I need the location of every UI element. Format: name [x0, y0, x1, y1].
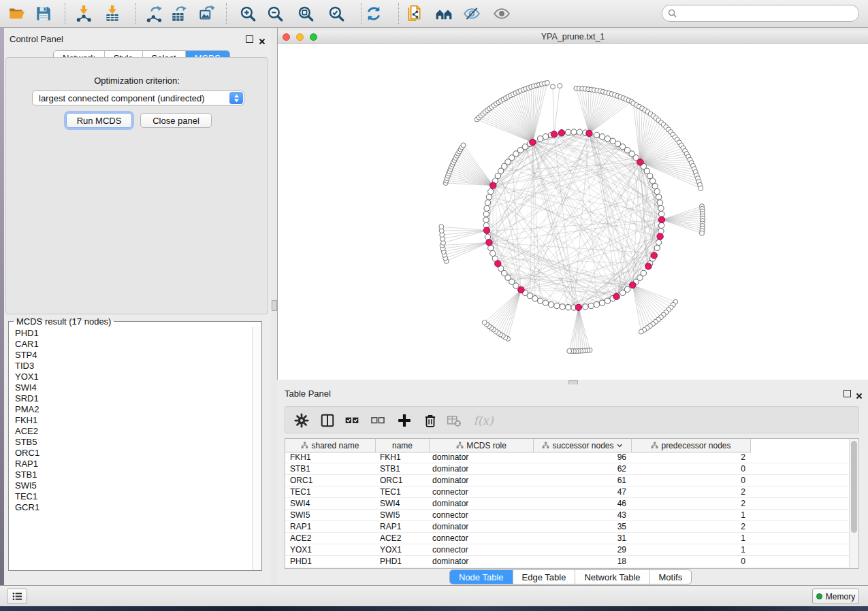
- table-row[interactable]: PHD1PHD1dominator180: [285, 556, 850, 567]
- table-cell[interactable]: 0: [632, 557, 751, 566]
- vertical-splitter[interactable]: [271, 28, 277, 585]
- close-panel-button[interactable]: Close panel: [140, 113, 212, 128]
- select-all-icon[interactable]: [344, 412, 360, 429]
- mcds-result-item[interactable]: STB5: [9, 437, 253, 448]
- tab-edge-table[interactable]: Edge Table: [513, 570, 575, 584]
- show-all-icon[interactable]: [493, 5, 511, 22]
- table-cell[interactable]: PHD1: [285, 557, 376, 566]
- float-panel-icon[interactable]: [246, 35, 253, 43]
- table-cell[interactable]: dominator: [430, 522, 534, 531]
- table-cell[interactable]: SWI5: [285, 510, 376, 520]
- mcds-result-item[interactable]: ACE2: [9, 426, 253, 437]
- table-cell[interactable]: 47: [534, 487, 632, 497]
- table-cell[interactable]: TEC1: [285, 487, 376, 497]
- column-header-MCDS-role[interactable]: MCDS role: [430, 439, 534, 452]
- table-row[interactable]: YOX1YOX1connector291: [285, 544, 850, 556]
- table-cell[interactable]: YOX1: [285, 545, 376, 555]
- table-cell[interactable]: 1: [632, 510, 751, 520]
- search-field[interactable]: [662, 5, 859, 22]
- table-cell[interactable]: dominator: [430, 452, 534, 462]
- refresh-view-icon[interactable]: [365, 5, 383, 22]
- table-cell[interactable]: SWI5: [376, 510, 430, 520]
- delete-table-icon[interactable]: [446, 412, 462, 429]
- export-image-icon[interactable]: [198, 5, 216, 22]
- new-network-from-selection-icon[interactable]: [406, 5, 423, 22]
- table-row[interactable]: STB1STB1dominator620: [285, 463, 850, 475]
- table-cell[interactable]: 2: [632, 487, 751, 497]
- deselect-all-icon[interactable]: [370, 412, 386, 429]
- zoom-out-icon[interactable]: [266, 5, 284, 22]
- mcds-result-list[interactable]: PHD1CAR1STP4TID3YOX1SWI4SRD1PMA2FKH1ACE2…: [9, 328, 253, 570]
- table-cell[interactable]: ORC1: [285, 476, 376, 485]
- mcds-result-item[interactable]: YOX1: [9, 371, 253, 382]
- save-session-icon[interactable]: [35, 5, 52, 22]
- column-header-successor-nodes[interactable]: successor nodes: [534, 439, 632, 452]
- task-history-button[interactable]: [7, 589, 27, 604]
- mcds-result-item[interactable]: PMA2: [9, 404, 253, 415]
- splitter-grip[interactable]: [272, 300, 277, 311]
- horizontal-splitter[interactable]: [277, 380, 868, 384]
- table-row[interactable]: SWI4SWI4dominator462: [285, 498, 850, 510]
- table-cell[interactable]: 2: [632, 522, 751, 531]
- network-canvas[interactable]: [278, 44, 868, 380]
- table-row[interactable]: ORC1ORC1dominator610: [285, 475, 850, 486]
- memory-button[interactable]: Memory: [812, 589, 859, 604]
- tab-node-table[interactable]: Node Table: [450, 570, 513, 584]
- table-cell[interactable]: PHD1: [376, 557, 430, 566]
- table-scrollbar[interactable]: [849, 439, 858, 568]
- table-row[interactable]: ACE2ACE2connector311: [285, 533, 850, 544]
- table-cell[interactable]: 0: [632, 476, 751, 485]
- criterion-dropdown[interactable]: largest connected component (undirected): [32, 90, 244, 105]
- table-cell[interactable]: ORC1: [376, 476, 430, 485]
- mcds-list-scrollbar[interactable]: [252, 327, 261, 570]
- zoom-in-icon[interactable]: [239, 5, 257, 22]
- zoom-fit-icon[interactable]: [297, 5, 315, 22]
- table-cell[interactable]: ACE2: [376, 533, 430, 543]
- table-cell[interactable]: RAP1: [285, 522, 376, 531]
- mcds-result-item[interactable]: SWI4: [9, 382, 253, 393]
- open-session-icon[interactable]: [8, 5, 26, 22]
- table-row[interactable]: RAP1RAP1dominator352: [285, 521, 850, 533]
- table-cell[interactable]: STB1: [285, 464, 376, 474]
- first-neighbors-icon[interactable]: [435, 5, 453, 22]
- table-cell[interactable]: 0: [632, 464, 751, 474]
- table-cell[interactable]: 46: [534, 499, 632, 508]
- table-cell[interactable]: TEC1: [376, 487, 430, 497]
- column-header-predecessor-nodes[interactable]: predecessor nodes: [632, 439, 751, 452]
- table-cell[interactable]: 61: [534, 476, 632, 485]
- table-cell[interactable]: dominator: [430, 464, 534, 474]
- mcds-result-item[interactable]: SWI5: [9, 480, 253, 491]
- column-header-shared-name[interactable]: shared name: [285, 439, 376, 452]
- run-mcds-button[interactable]: Run MCDS: [66, 113, 132, 128]
- table-cell[interactable]: connector: [430, 487, 534, 497]
- table-row[interactable]: FKH1FKH1dominator962: [285, 452, 850, 463]
- table-cell[interactable]: 35: [534, 522, 632, 531]
- table-cell[interactable]: connector: [430, 533, 534, 543]
- table-cell[interactable]: 2: [632, 452, 751, 462]
- table-cell[interactable]: dominator: [430, 476, 534, 485]
- zoom-selected-icon[interactable]: [327, 5, 345, 22]
- tab-network-table[interactable]: Network Table: [575, 570, 649, 584]
- export-table-icon[interactable]: [170, 5, 188, 22]
- table-cell[interactable]: 18: [534, 557, 632, 566]
- table-cell[interactable]: STB1: [376, 464, 430, 474]
- table-cell[interactable]: ACE2: [285, 533, 376, 543]
- mcds-result-item[interactable]: PHD1: [9, 328, 253, 339]
- table-cell[interactable]: SWI4: [285, 499, 376, 508]
- table-cell[interactable]: 43: [534, 510, 632, 520]
- table-cell[interactable]: 1: [632, 545, 751, 555]
- float-panel-icon[interactable]: [843, 390, 851, 397]
- hide-selected-icon[interactable]: [463, 5, 481, 22]
- mcds-result-item[interactable]: SRD1: [9, 393, 253, 404]
- tab-motifs[interactable]: Motifs: [649, 570, 692, 584]
- function-builder-icon[interactable]: f(x): [472, 412, 495, 429]
- node-table[interactable]: shared namenameMCDS rolesuccessor nodesp…: [285, 438, 859, 569]
- column-header-name[interactable]: name: [376, 439, 430, 452]
- table-cell[interactable]: 31: [534, 533, 632, 543]
- mcds-result-item[interactable]: TEC1: [9, 491, 253, 502]
- mcds-result-item[interactable]: RAP1: [9, 459, 253, 469]
- table-cell[interactable]: 2: [632, 499, 751, 508]
- table-row[interactable]: TEC1TEC1connector472: [285, 486, 850, 498]
- close-panel-icon[interactable]: [856, 390, 863, 402]
- table-cell[interactable]: RAP1: [376, 522, 430, 531]
